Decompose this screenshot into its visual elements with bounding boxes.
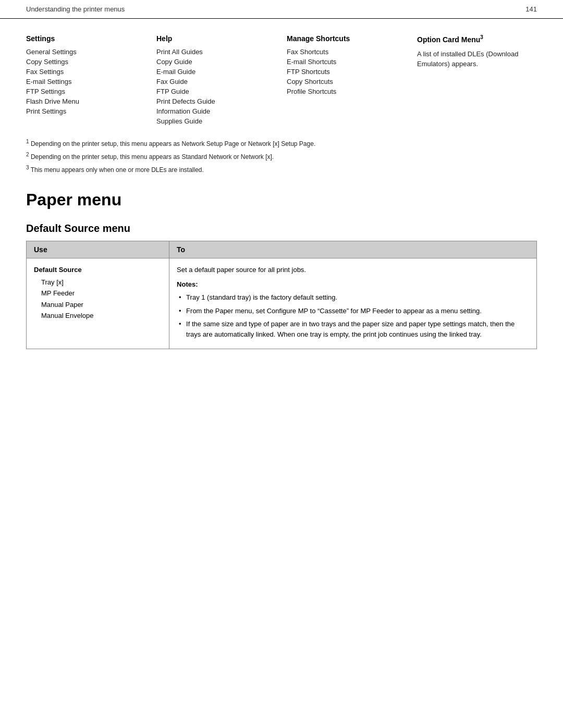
list-item: E-mail Shortcuts bbox=[287, 58, 407, 66]
main-content: Settings General Settings Copy Settings … bbox=[0, 29, 563, 386]
list-item: Profile Shortcuts bbox=[287, 88, 407, 95]
notes-label: Notes: bbox=[177, 279, 529, 290]
use-cell: Default Source Tray [x] MP Feeder Manual… bbox=[27, 258, 169, 349]
table-body: Default Source Tray [x] MP Feeder Manual… bbox=[27, 258, 537, 349]
list-item: Information Guide bbox=[156, 107, 276, 115]
list-item: If the same size and type of paper are i… bbox=[177, 319, 529, 339]
list-item: Flash Drive Menu bbox=[26, 97, 146, 105]
paper-menu-heading: Paper menu bbox=[26, 190, 537, 209]
notes-list: Tray 1 (standard tray) is the factory de… bbox=[177, 292, 529, 339]
help-list: Print All Guides Copy Guide E-mail Guide… bbox=[156, 48, 276, 125]
option-card-heading: Option Card Menu3 bbox=[417, 34, 537, 44]
list-item: From the Paper menu, set Configure MP to… bbox=[177, 306, 529, 316]
list-item: Fax Guide bbox=[156, 78, 276, 85]
sub-item-manual-envelope: Manual Envelope bbox=[41, 311, 162, 321]
list-item: E-mail Guide bbox=[156, 68, 276, 76]
list-item: Print Defects Guide bbox=[156, 97, 276, 105]
list-item: Print Settings bbox=[26, 107, 146, 115]
footnotes: 1 Depending on the printer setup, this m… bbox=[26, 138, 537, 175]
list-item: FTP Shortcuts bbox=[287, 68, 407, 76]
use-column-header: Use bbox=[27, 241, 169, 258]
list-item: Fax Settings bbox=[26, 68, 146, 76]
footnote-1: 1 Depending on the printer setup, this m… bbox=[26, 138, 537, 149]
shortcuts-list: Fax Shortcuts E-mail Shortcuts FTP Short… bbox=[287, 48, 407, 95]
settings-columns: Settings General Settings Copy Settings … bbox=[26, 34, 537, 127]
list-item: Supplies Guide bbox=[156, 117, 276, 125]
manage-shortcuts-column: Manage Shortcuts Fax Shortcuts E-mail Sh… bbox=[287, 34, 417, 127]
list-item: Copy Guide bbox=[156, 58, 276, 66]
list-item: E-mail Settings bbox=[26, 78, 146, 85]
list-item: Copy Settings bbox=[26, 58, 146, 66]
sub-item-mp-feeder: MP Feeder bbox=[41, 288, 162, 299]
list-item: General Settings bbox=[26, 48, 146, 56]
option-card-column: Option Card Menu3 A list of installed DL… bbox=[417, 34, 537, 127]
list-item: Print All Guides bbox=[156, 48, 276, 56]
to-cell: Set a default paper source for all print… bbox=[169, 258, 537, 349]
help-column: Help Print All Guides Copy Guide E-mail … bbox=[156, 34, 287, 127]
settings-heading: Settings bbox=[26, 34, 146, 43]
to-description: Set a default paper source for all print… bbox=[177, 265, 529, 275]
list-item: Fax Shortcuts bbox=[287, 48, 407, 56]
sub-item-manual-paper: Manual Paper bbox=[41, 300, 162, 310]
option-card-text: A list of installed DLEs (Download Emula… bbox=[417, 49, 537, 69]
list-item: FTP Settings bbox=[26, 88, 146, 95]
sub-item-tray: Tray [x] bbox=[41, 277, 162, 288]
top-bar: Understanding the printer menus 141 bbox=[0, 0, 563, 19]
list-item: FTP Guide bbox=[156, 88, 276, 95]
table-row: Default Source Tray [x] MP Feeder Manual… bbox=[27, 258, 537, 349]
help-heading: Help bbox=[156, 34, 276, 43]
footnote-3: 3 This menu appears only when one or mor… bbox=[26, 164, 537, 175]
list-item: Tray 1 (standard tray) is the factory de… bbox=[177, 292, 529, 303]
to-column-header: To bbox=[169, 241, 537, 258]
manage-shortcuts-heading: Manage Shortcuts bbox=[287, 34, 407, 43]
table-header: Use To bbox=[27, 241, 537, 258]
page-number: 141 bbox=[525, 5, 537, 13]
default-source-table: Use To Default Source Tray [x] MP Feeder… bbox=[26, 241, 537, 349]
top-bar-title: Understanding the printer menus bbox=[26, 5, 125, 13]
settings-column: Settings General Settings Copy Settings … bbox=[26, 34, 156, 127]
list-item: Copy Shortcuts bbox=[287, 78, 407, 85]
footnote-2: 2 Depending on the printer setup, this m… bbox=[26, 151, 537, 162]
default-source-menu-heading: Default Source menu bbox=[26, 223, 537, 235]
default-source-bold: Default Source bbox=[34, 265, 162, 275]
page: Understanding the printer menus 141 Sett… bbox=[0, 0, 563, 728]
settings-list: General Settings Copy Settings Fax Setti… bbox=[26, 48, 146, 115]
